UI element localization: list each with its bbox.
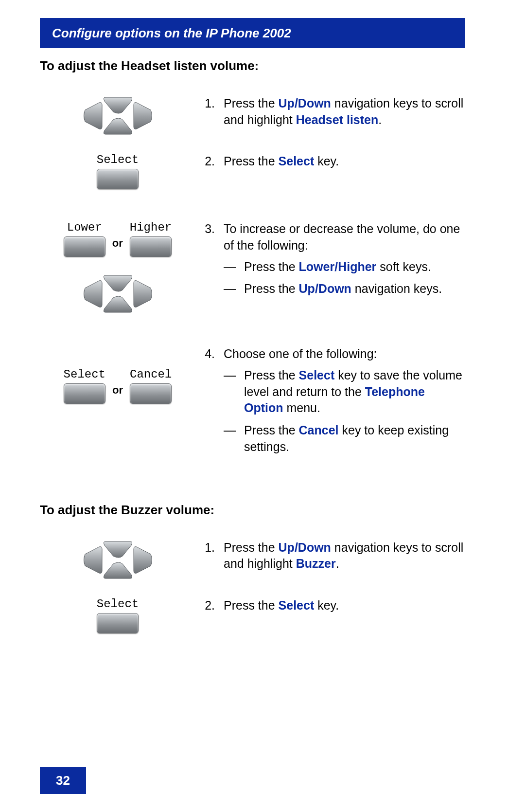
step-text: 2. Press the Select key. — [195, 153, 465, 170]
or-label: or — [112, 237, 123, 250]
step-number: 2. — [195, 153, 224, 170]
text: key. — [314, 154, 339, 168]
text: Press the — [244, 260, 299, 273]
step-body: Press the Select key. — [224, 597, 465, 614]
soft-key-icon — [64, 383, 105, 404]
keyword-select: Select — [279, 598, 315, 612]
section-heading-headset: To adjust the Headset listen volume: — [40, 58, 465, 73]
keyword-select: Select — [299, 368, 335, 382]
bullet-item: Press the Cancel key to keep existing se… — [224, 422, 465, 455]
select-key-unit: Select — [97, 597, 139, 633]
text: Press the — [224, 96, 279, 110]
bullet-list: Press the Select key to save the volume … — [224, 367, 465, 455]
keyword-updown: Up/Down — [279, 541, 331, 554]
text: Press the — [244, 423, 299, 437]
bullet-item: Press the Select key to save the volume … — [224, 367, 465, 416]
step-number: 3. — [195, 221, 224, 237]
soft-key-icon — [97, 613, 139, 633]
key-label: Lower — [67, 221, 102, 234]
key-label: Higher — [130, 221, 172, 234]
text: menu. — [283, 401, 320, 415]
step-visual: Select — [40, 597, 195, 633]
key-label: Select — [97, 153, 139, 166]
or-label: or — [112, 384, 123, 397]
keyword-select: Select — [279, 154, 315, 168]
step-text: 1. Press the Up/Down navigation keys to … — [195, 540, 465, 573]
step-body: To increase or decrease the volume, do o… — [224, 221, 465, 303]
text: soft keys. — [376, 260, 431, 273]
step-visual: Lower or Higher — [40, 221, 195, 314]
step-row: 1. Press the Up/Down navigation keys to … — [40, 540, 465, 580]
step-row: Select 2. Press the Select key. — [40, 153, 465, 189]
step-visual: Select — [40, 153, 195, 189]
step-row: 1. Press the Up/Down navigation keys to … — [40, 95, 465, 136]
bullet-item: Press the Lower/Higher soft keys. — [224, 259, 465, 275]
step-body: Press the Select key. — [224, 153, 465, 170]
step-body: Press the Up/Down navigation keys to scr… — [224, 95, 465, 128]
soft-key-icon — [97, 169, 139, 189]
lower-higher-pair: Lower or Higher — [64, 221, 172, 257]
page-number-value: 32 — [56, 773, 70, 788]
step-number: 1. — [195, 540, 224, 556]
step-visual: Select or Cancel — [40, 346, 195, 404]
select-cancel-pair: Select or Cancel — [64, 368, 172, 404]
step-number: 4. — [195, 346, 224, 362]
step-body: Press the Up/Down navigation keys to scr… — [224, 540, 465, 573]
cancel-key-unit: Cancel — [130, 368, 172, 404]
header-title: Configure options on the IP Phone 2002 — [52, 26, 291, 41]
step-text: 2. Press the Select key. — [195, 597, 465, 614]
key-label: Select — [97, 597, 139, 611]
text: Press the — [224, 541, 279, 554]
page-number: 32 — [40, 767, 86, 794]
text: Choose one of the following: — [224, 347, 377, 361]
keyword-lower-higher: Lower/Higher — [299, 260, 377, 273]
step-row: Select 2. Press the Select key. — [40, 597, 465, 633]
keyword-headset-listen: Headset listen — [296, 113, 379, 126]
step-number: 1. — [195, 95, 224, 112]
higher-key-unit: Higher — [130, 221, 172, 257]
text: Press the — [224, 154, 279, 168]
step-visual — [40, 540, 195, 580]
header-bar: Configure options on the IP Phone 2002 — [40, 18, 465, 48]
step-text: 3. To increase or decrease the volume, d… — [195, 221, 465, 303]
soft-key-icon — [130, 236, 172, 257]
select-key-unit: Select — [97, 153, 139, 189]
nav-cluster-icon — [83, 540, 153, 580]
text: navigation keys. — [351, 282, 442, 295]
text: key. — [314, 598, 339, 612]
text: . — [378, 113, 382, 126]
soft-key-icon — [130, 383, 172, 404]
text: Press the — [244, 282, 299, 295]
step-row: Lower or Higher 3. — [40, 221, 465, 314]
bullet-list: Press the Lower/Higher soft keys. Press … — [224, 259, 465, 298]
page-content: To adjust the Headset listen volume: 1. — [40, 58, 465, 650]
section-heading-buzzer: To adjust the Buzzer volume: — [40, 503, 465, 518]
nav-cluster-icon — [83, 273, 153, 314]
lower-key-unit: Lower — [64, 221, 105, 257]
text: Press the — [244, 368, 299, 382]
nav-cluster-icon — [83, 95, 153, 136]
step-text: 4. Choose one of the following: Press th… — [195, 346, 465, 461]
keyword-updown: Up/Down — [299, 282, 351, 295]
select-key-unit: Select — [64, 368, 105, 404]
keyword-buzzer: Buzzer — [296, 557, 336, 570]
step-number: 2. — [195, 597, 224, 614]
keyword-updown: Up/Down — [279, 96, 331, 110]
key-label: Select — [64, 368, 105, 381]
step-body: Choose one of the following: Press the S… — [224, 346, 465, 461]
text: To increase or decrease the volume, do o… — [224, 222, 460, 252]
step-text: 1. Press the Up/Down navigation keys to … — [195, 95, 465, 128]
text: Press the — [224, 598, 279, 612]
text: . — [336, 557, 339, 570]
key-label: Cancel — [130, 368, 172, 381]
step-row: Select or Cancel 4. Choose one of the fo… — [40, 346, 465, 461]
bullet-item: Press the Up/Down navigation keys. — [224, 281, 465, 297]
step-visual — [40, 95, 195, 136]
soft-key-icon — [64, 236, 105, 257]
keyword-cancel: Cancel — [299, 423, 339, 437]
